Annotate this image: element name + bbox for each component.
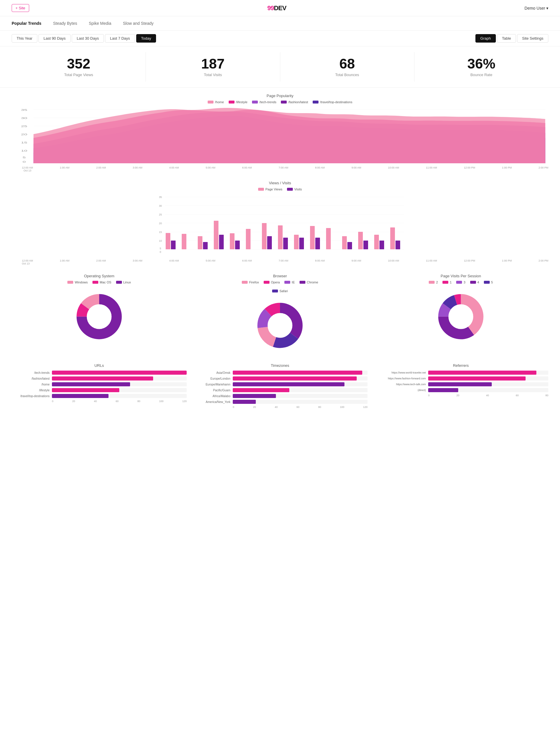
bar-x-5: 5:00 AM [206, 259, 215, 265]
time-filter-group: This Year Last 90 Days Last 30 Days Last… [12, 34, 156, 42]
stat-bounces-number: 68 [280, 57, 414, 71]
filter-this-year[interactable]: This Year [12, 34, 37, 42]
ref-tick-4: 80 [546, 394, 548, 397]
view-graph[interactable]: Graph [475, 34, 496, 42]
x-label-3: 3:00 AM [133, 166, 142, 172]
legend-label-fashion: /fashion/latest [288, 100, 308, 104]
svg-rect-39 [235, 240, 240, 249]
x-label-1: 1:00 AM [60, 166, 69, 172]
bottom-bar-charts-row: URLs /tech-trends /fashion/latest /home [12, 363, 548, 409]
legend-label-2visits: 2 [436, 281, 438, 284]
bar-chart-svg: 35 30 25 20 15 10 5 0 [12, 194, 548, 259]
tz-fill-3 [233, 388, 289, 392]
filter-90-days[interactable]: Last 90 Days [38, 34, 70, 42]
nav-tab-steady-bytes[interactable]: Steady Bytes [53, 20, 77, 27]
bar-x-13: 1:00 PM [502, 259, 512, 265]
filter-bar: This Year Last 90 Days Last 30 Days Last… [0, 31, 560, 46]
svg-rect-34 [198, 236, 203, 249]
legend-label-home: /home [215, 100, 224, 104]
legend-macos: Mac OS [92, 281, 112, 284]
svg-rect-46 [294, 235, 299, 249]
svg-rect-47 [299, 238, 304, 249]
svg-text:20: 20 [159, 222, 162, 225]
os-donut-wrap [12, 288, 187, 346]
area-chart-legend: /home /lifestyle /tech-trends /fashion/l… [12, 100, 548, 104]
tz-bar-0: Asia/Omsk [192, 370, 368, 375]
filter-today[interactable]: Today [136, 34, 156, 42]
legend-dot-windows [67, 281, 73, 284]
add-site-button[interactable]: + Site [12, 4, 29, 12]
filter-7-days[interactable]: Last 7 Days [105, 34, 135, 42]
url-track-4 [52, 394, 187, 398]
url-fill-4 [52, 394, 108, 398]
user-menu[interactable]: Demo User ▾ [524, 6, 548, 10]
ref-tick-2: 40 [486, 394, 489, 397]
x-label-10: 10:00 AM [388, 166, 399, 172]
bar-x-4: 4:00 AM [169, 259, 179, 265]
x-label-13: 1:00 PM [502, 166, 512, 172]
svg-text:15: 15 [159, 231, 162, 233]
svg-rect-35 [203, 242, 208, 249]
url-bar-2: /home [12, 382, 187, 386]
view-table[interactable]: Table [497, 34, 516, 42]
stat-visits-number: 187 [146, 57, 280, 71]
ref-track-1 [428, 377, 548, 381]
browser-chart-legend: Firefox Opera IE Chrome [192, 281, 368, 293]
url-label-0: /tech-trends [12, 371, 50, 375]
legend-label-macos: Mac OS [100, 281, 112, 284]
tz-label-0: Asia/Omsk [192, 371, 230, 375]
legend-pageviews: Page Views [258, 188, 282, 191]
legend-dot-ie [284, 281, 290, 284]
tz-label-2: Europe/Mariehamn [192, 383, 230, 386]
legend-label-3visits: 3 [463, 281, 465, 284]
bar-chart-container: Views / Visits Page Views Visits 35 30 2… [12, 181, 548, 265]
url-track-1 [52, 377, 187, 381]
x-label-7: 7:00 AM [279, 166, 288, 172]
os-chart-section: Operating System Windows Mac OS Linux [12, 274, 187, 355]
nav-tab-spike-media[interactable]: Spike Media [89, 20, 111, 27]
os-chart-legend: Windows Mac OS Linux [12, 281, 187, 284]
bar-x-6: 6:00 AM [242, 259, 252, 265]
legend-label-opera: Opera [271, 281, 280, 284]
url-track-3 [52, 388, 187, 392]
svg-rect-59 [396, 240, 400, 249]
x-label-2: 2:00 AM [96, 166, 106, 172]
pvps-donut-svg [435, 290, 487, 343]
browser-chart-section: Browser Firefox Opera IE [192, 274, 368, 355]
nav-tab-slow-steady[interactable]: Slow and Steady [123, 20, 153, 27]
url-tick-1: 20 [72, 400, 75, 403]
stats-row: 352 Total Page Views 187 Total Visits 68… [0, 46, 560, 88]
stat-visits: 187 Total Visits [146, 52, 280, 82]
svg-rect-31 [171, 240, 176, 249]
legend-label-windows: Windows [75, 281, 88, 284]
svg-rect-58 [390, 227, 395, 249]
legend-dot-safari [272, 290, 278, 292]
stat-page-views-number: 352 [12, 57, 146, 71]
svg-rect-43 [267, 236, 272, 249]
site-settings-button[interactable]: Site Settings [517, 34, 548, 42]
x-label-9: 9:00 AM [351, 166, 361, 172]
timezones-chart-section: Timezones Asia/Omsk Europe/London Europe… [192, 363, 368, 409]
stat-page-views-label: Total Page Views [12, 73, 146, 77]
view-filter-group: Graph Table Site Settings [475, 34, 548, 42]
pvps-chart-title: Page Visits Per Session [373, 274, 548, 278]
stat-visits-label: Total Visits [146, 73, 280, 77]
url-fill-1 [52, 377, 153, 381]
svg-rect-53 [347, 242, 352, 249]
svg-point-75 [448, 304, 473, 329]
legend-1visit: 1 [442, 281, 452, 284]
svg-text:30: 30 [21, 117, 27, 120]
url-label-3: /lifestyle [12, 389, 50, 392]
tz-track-3 [233, 388, 368, 392]
url-bar-3: /lifestyle [12, 388, 187, 392]
legend-2visits: 2 [429, 281, 438, 284]
url-track-0 [52, 370, 187, 375]
ref-label-1: https://www.fashion-forward.com [373, 377, 426, 380]
referrers-chart-section: Referrers https://www.world-traveler.net… [373, 363, 548, 409]
charts-section: Page Popularity /home /lifestyle /tech-t… [0, 88, 560, 420]
filter-30-days[interactable]: Last 30 Days [72, 34, 104, 42]
ref-bar-1: https://www.fashion-forward.com [373, 377, 548, 381]
nav-tab-popular-trends[interactable]: Popular Trends [12, 20, 41, 27]
ref-track-2 [428, 382, 548, 386]
x-label-12: 12:00 PM [464, 166, 475, 172]
